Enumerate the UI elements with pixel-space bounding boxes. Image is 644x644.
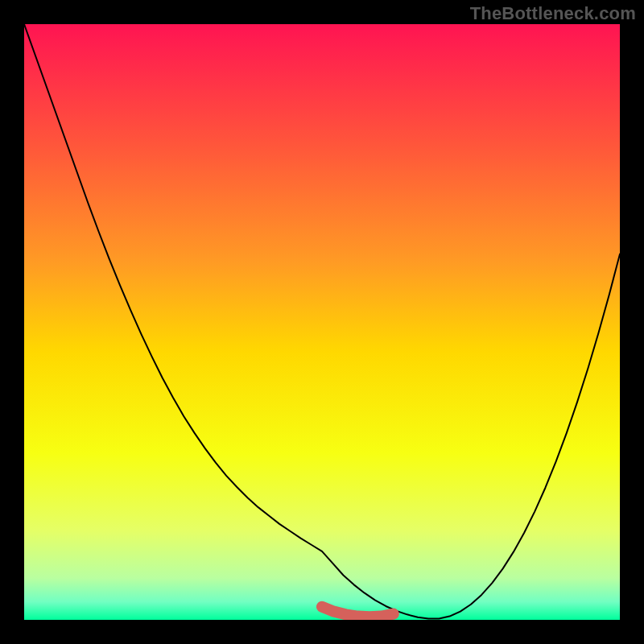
- watermark-text: TheBottleneck.com: [470, 3, 636, 24]
- plot-area: [24, 24, 620, 620]
- gradient-background: [24, 24, 620, 620]
- chart-frame: TheBottleneck.com: [0, 0, 644, 644]
- chart-svg: [24, 24, 620, 620]
